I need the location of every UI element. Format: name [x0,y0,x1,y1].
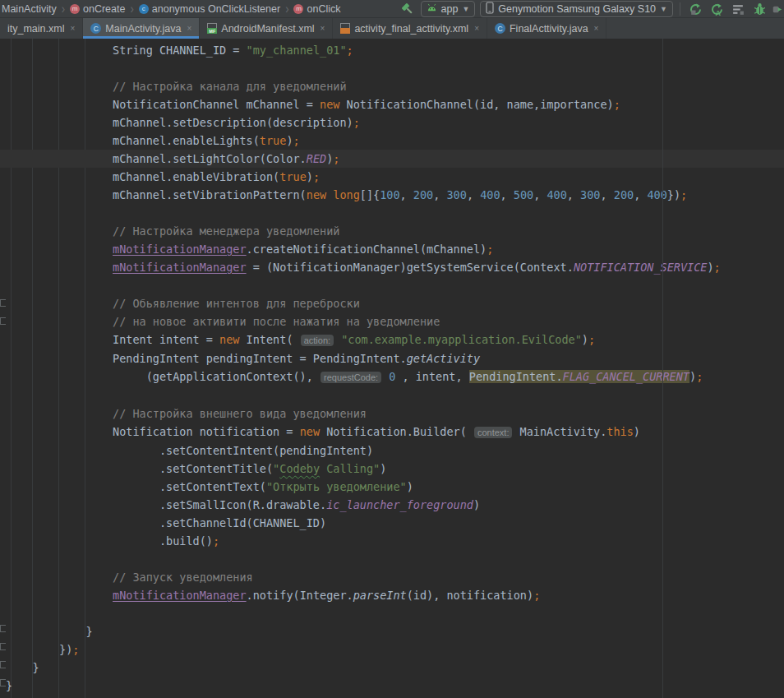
code-line[interactable]: NotificationChannel mChannel = new Notif… [6,95,784,113]
class-file-icon: C [495,23,505,34]
breadcrumb-separator: › [130,1,133,17]
code-line[interactable]: // Обьявление интентов для переброски [6,294,784,312]
profile-icon[interactable] [730,1,746,17]
toolbar-separator [680,2,680,16]
method-icon: m [70,4,80,14]
tab-label: AndroidManifest.xml [221,23,314,35]
code-line[interactable]: mNotificationManager = (NotificationMana… [6,258,784,276]
tab-FinalActtivity.java[interactable]: CFinalActtivity.java× [487,18,606,39]
android-icon [427,3,437,15]
code-line[interactable]: PendingIntent pendingIntent = PendingInt… [6,349,784,367]
code-line[interactable]: // на новое активити после нажатия на ув… [6,312,784,331]
chevron-down-icon: ▼ [462,5,469,13]
breadcrumb-label: anonymous OnClickListener [152,3,280,15]
fold-marker-icon[interactable] [0,661,6,668]
breadcrumb-label: onCreate [83,3,125,15]
code-line[interactable]: .build(); [6,532,784,550]
tab-label: MainActivity.java [105,23,181,35]
code-line[interactable]: Notification notification = new Notifica… [6,423,784,441]
editor-tabs: ity_main.xml×CMainActivity.java×MFAndroi… [0,18,784,39]
code-line[interactable]: // Настройка внешнего вида уведомления [6,404,784,423]
close-tab-icon[interactable]: × [321,24,325,33]
breadcrumb: MainActivity›monCreate›canonymous OnClic… [0,2,340,15]
tab-ity_main.xml[interactable]: ity_main.xml× [0,18,83,39]
breadcrumb-item[interactable]: canonymous OnClickListener [139,3,280,15]
close-tab-icon[interactable]: × [187,24,191,33]
chevron-down-icon: ▼ [660,5,667,13]
code-line[interactable] [6,276,784,294]
module-selector-label: app [441,3,459,15]
device-selector[interactable]: Genymotion Samsung Galaxy S10 ▼ [480,1,673,17]
breadcrumb-label: onClick [307,3,340,15]
parameter-hint: action: [301,335,334,346]
breadcrumb-separator: › [285,1,288,17]
code-line[interactable]: }); [6,640,784,659]
fold-marker-icon[interactable] [0,679,6,686]
rerun-icon[interactable] [687,1,703,17]
breadcrumb-label: MainActivity [2,3,57,15]
code-line[interactable]: mNotificationManager.createNotificationC… [6,240,784,258]
parameter-hint: requestCode: [321,372,381,383]
phone-icon [486,2,494,16]
build-hammer-icon[interactable] [399,1,416,17]
breadcrumb-item[interactable]: MainActivity [2,3,57,15]
code-line[interactable]: } [6,677,784,695]
code-line[interactable]: .setContentText("Открыть уведомление") [6,478,784,496]
code-line[interactable]: mChannel.setDescription(description); [6,113,784,132]
code-line[interactable]: mNotificationManager.notify(Integer.pars… [6,586,784,604]
fold-marker-icon[interactable] [0,299,6,307]
code-line[interactable]: // Настройка канала для уведомлений [6,77,784,95]
code-line[interactable] [6,204,784,222]
code-line[interactable]: .setChannelId(CHANNEL_ID) [6,514,784,532]
right-margin-guide [662,39,663,698]
code-line[interactable]: .setContentIntent(pendingIntent) [6,441,784,460]
code-line[interactable]: mChannel.setVibrationPattern(new long[]{… [6,186,784,204]
code-line[interactable]: (getApplicationContext(), requestCode: 0… [6,367,784,386]
debug-icon[interactable] [751,1,768,17]
code-line[interactable]: } [6,622,784,640]
code-line[interactable] [6,550,784,568]
attach-debugger-icon[interactable] [772,1,782,17]
code-line[interactable]: // Запуск уведомления [6,568,784,586]
device-selector-label: Genymotion Samsung Galaxy S10 [498,3,656,15]
run-toolbar: app ▼ Genymotion Samsung Galaxy S10 ▼ [399,0,784,18]
code-line[interactable] [6,604,784,622]
code-line[interactable]: // Настройка менеджера уведомлений [6,222,784,240]
close-tab-icon[interactable]: × [474,24,479,33]
code-area[interactable]: String CHANNEL_ID = "my_channel_01"; // … [0,39,784,695]
tab-AndroidManifest.xml[interactable]: MFAndroidManifest.xml× [200,18,333,39]
svg-text:A: A [715,8,721,16]
method-icon: m [293,4,303,14]
code-editor: String CHANNEL_ID = "my_channel_01"; // … [0,39,784,698]
breadcrumb-separator: › [62,1,65,17]
navigation-bar: MainActivity›monCreate›canonymous OnClic… [0,0,784,18]
code-line[interactable]: Intent intent = new Intent( action: "com… [6,331,784,349]
module-selector[interactable]: app ▼ [421,1,476,17]
code-line[interactable]: mChannel.enableLights(true); [6,132,784,150]
breadcrumb-item[interactable]: monCreate [70,3,125,15]
code-line[interactable]: String CHANNEL_ID = "my_channel_01"; [6,41,784,59]
code-line[interactable]: mChannel.setLightColor(Color.RED); [0,150,784,168]
code-line[interactable]: } [6,659,784,677]
code-line[interactable] [6,59,784,77]
fold-marker-icon[interactable] [0,625,6,632]
close-tab-icon[interactable]: × [70,24,75,33]
code-line[interactable]: mChannel.enableVibration(true); [6,168,784,186]
tab-label: ity_main.xml [7,23,64,35]
code-line[interactable]: .setContentTitle("Codeby Calling") [6,460,784,478]
code-line[interactable]: .setSmallIcon(R.drawable.ic_launcher_for… [6,496,784,514]
code-line[interactable] [6,386,784,404]
manifest-file-icon: MF [207,23,217,34]
class-file-icon: C [90,23,101,34]
apply-changes-icon[interactable]: A [708,1,725,17]
breadcrumb-item[interactable]: monClick [293,3,340,15]
class-icon: c [139,4,149,14]
fold-marker-icon[interactable] [0,643,6,650]
fold-marker-icon[interactable] [0,317,6,325]
tab-label: activity_final_acttivity.xml [354,23,468,35]
xml-file-icon [340,23,350,34]
parameter-hint: context: [474,427,513,438]
tab-activity_final_acttivity.xml[interactable]: activity_final_acttivity.xml× [333,18,487,39]
tab-MainActivity.java[interactable]: CMainActivity.java× [83,18,200,39]
close-tab-icon[interactable]: × [594,24,599,33]
